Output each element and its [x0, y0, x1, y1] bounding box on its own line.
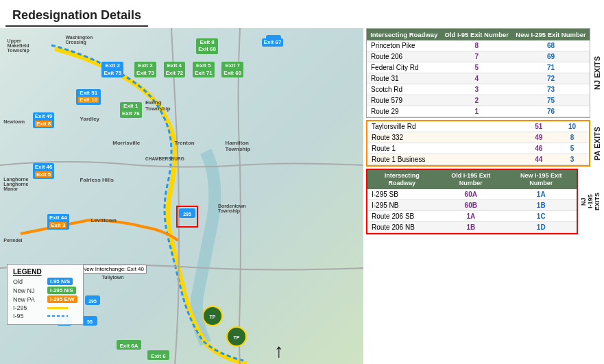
nj-new-cell: 68: [512, 40, 590, 51]
nj-table-row: Scotch Rd 3 73: [367, 84, 590, 95]
nj-table-row: Princeton Pike 8 68: [367, 40, 590, 51]
i195-old-cell: 1A: [436, 210, 505, 221]
nj-table-row: Route 206 7 69: [367, 51, 590, 62]
legend-box: LEGEND Old I-95 N/S New NJ I-295 N/S New…: [7, 264, 84, 325]
pa-exits-label: PA EXITS: [593, 127, 601, 160]
pa-table-row: Route 1 Business 44 3: [367, 154, 589, 165]
right-panel: Intersecting Roadway Old I-95 Exit Numbe…: [363, 28, 604, 364]
pa-exits-table: Taylorsville Rd 51 10 Route 332 49 8 Rou…: [367, 121, 589, 165]
legend-row-new-nj: New NJ I-295 N/S: [13, 287, 77, 294]
nj-roadway-cell: Federal City Rd: [367, 62, 441, 73]
i195-new-cell: 1C: [505, 210, 577, 221]
nj-new-cell: 76: [512, 106, 590, 117]
legend-label-i295: I-295: [13, 304, 46, 311]
exit-label-3-73: Exit 3Exit 73: [134, 62, 156, 77]
nj-roadway-cell: Scotch Rd: [367, 84, 441, 95]
svg-text:Exit 6A: Exit 6A: [119, 343, 138, 349]
pa-table-row: Route 332 49 8: [367, 132, 589, 143]
pa-old-cell: 46: [522, 143, 555, 154]
i195-old-cell: 60A: [436, 189, 505, 200]
pa-roadway-cell: Route 1 Business: [367, 154, 522, 165]
pa-roadway-cell: Route 332: [367, 132, 522, 143]
svg-text:Exit 6: Exit 6: [151, 353, 166, 359]
nj-old-cell: 2: [441, 95, 512, 106]
i195-table-row: I-295 SB 60A 1A: [367, 189, 577, 200]
legend-badge-i295-ns: I-295 N/S: [47, 287, 76, 294]
exit-label-8-68: Exit 8Exit 68: [196, 38, 218, 54]
nj-roadway-cell: Princeton Pike: [367, 40, 441, 51]
legend-line-i95: [47, 315, 68, 317]
nj-col3-header: New I-295 Exit Number: [512, 29, 590, 40]
pa-old-cell: 44: [522, 154, 555, 165]
i195-table-row: I-295 NB 60B 1B: [367, 199, 577, 210]
i195-table: Intersecting Roadway Old I-195 Exit Numb…: [367, 170, 577, 233]
pa-old-cell: 51: [522, 121, 555, 132]
nj-col1-header: Intersecting Roadway: [367, 29, 441, 40]
legend-label-i95: I-95: [13, 313, 46, 319]
legend-badge-i95: I-95 N/S: [47, 278, 73, 285]
nj-exits-label: NJ EXITS: [593, 56, 601, 90]
nj-col2-header: Old I-95 Exit Number: [441, 29, 512, 40]
svg-text:↑: ↑: [274, 340, 284, 361]
pa-new-cell: 8: [555, 132, 589, 143]
nj-table-row: Federal City Rd 5 71: [367, 62, 590, 73]
nj-old-cell: 8: [441, 40, 512, 51]
pa-exits-table-wrap: Taylorsville Rd 51 10 Route 332 49 8 Rou…: [366, 120, 590, 167]
map-area: 295 295 TP TP 295 95 95 Exit 6A: [0, 28, 363, 364]
legend-label-new-pa: New PA: [13, 296, 46, 303]
i195-section: Intersecting Roadway Old I-195 Exit Numb…: [366, 169, 601, 234]
nj-new-cell: 71: [512, 62, 590, 73]
pa-roadway-cell: Route 1: [367, 143, 522, 154]
exit-label-4-72: Exit 4Exit 72: [164, 62, 186, 77]
i195-table-row: Route 206 NB 1B 1D: [367, 221, 577, 232]
svg-text:295: 295: [183, 212, 191, 217]
i195-table-wrap: Intersecting Roadway Old I-195 Exit Numb…: [366, 169, 578, 234]
nj-old-cell: 4: [441, 73, 512, 84]
pa-old-cell: 49: [522, 132, 555, 143]
nj-new-cell: 72: [512, 73, 590, 84]
exit-label-49-8: Exit 49Exit 8: [33, 112, 55, 128]
i195-col3-header: New I-195 Exit Number: [505, 170, 577, 189]
pa-new-cell: 3: [555, 154, 589, 165]
i195-col1-header: Intersecting Roadway: [367, 170, 436, 189]
exit-label-44-3: Exit 44Exit 3: [47, 214, 69, 230]
nj-new-cell: 75: [512, 95, 590, 106]
pa-table-row: Taylorsville Rd 51 10: [367, 121, 589, 132]
i195-col2-header: Old I-195 Exit Number: [436, 170, 505, 189]
nj-roadway-cell: Route 31: [367, 73, 441, 84]
nj-old-cell: 1: [441, 106, 512, 117]
legend-row-old: Old I-95 N/S: [13, 278, 77, 285]
legend-badge-i295-ew: I-295 E/W: [47, 295, 77, 303]
exit-label-46-5: Exit 46Exit 5: [33, 163, 55, 179]
nj-new-cell: 69: [512, 51, 590, 62]
legend-row-i95: I-95: [13, 313, 77, 319]
nj-table-row: Route 31 4 72: [367, 73, 590, 84]
svg-text:295: 295: [88, 299, 97, 304]
nj-exits-table: Intersecting Roadway Old I-95 Exit Numbe…: [367, 29, 590, 117]
i195-new-cell: 1B: [505, 199, 577, 210]
exit-label-5-71: Exit 5Exit 71: [193, 62, 215, 77]
nj-old-cell: 5: [441, 62, 512, 73]
i195-new-cell: 1A: [505, 189, 577, 200]
legend-row-i295: I-295: [13, 304, 77, 311]
i195-roadway-cell: I-295 NB: [367, 199, 436, 210]
i195-old-cell: 1B: [436, 221, 505, 232]
legend-row-new-pa: New PA I-295 E/W: [13, 295, 77, 303]
legend-label-new-nj: New NJ: [13, 287, 46, 294]
pa-exits-section: Taylorsville Rd 51 10 Route 332 49 8 Rou…: [366, 120, 601, 167]
nj-new-cell: 73: [512, 84, 590, 95]
pa-new-cell: 5: [555, 143, 589, 154]
svg-text:TP: TP: [210, 315, 216, 319]
exit-label-1-76: Exit 1Exit 76: [120, 102, 142, 118]
nj-old-cell: 3: [441, 84, 512, 95]
pa-new-cell: 10: [555, 121, 589, 132]
nj-roadway-cell: Route 579: [367, 95, 441, 106]
pa-roadway-cell: Taylorsville Rd: [367, 121, 522, 132]
i195-roadway-cell: Route 206 SB: [367, 210, 436, 221]
exit-label-67: Exit 67: [262, 38, 284, 47]
i195-roadway-cell: I-295 SB: [367, 189, 436, 200]
svg-text:95: 95: [87, 319, 93, 324]
i195-table-row: Route 206 SB 1A 1C: [367, 210, 577, 221]
legend-line-i295: [47, 307, 68, 309]
i195-roadway-cell: Route 206 NB: [367, 221, 436, 232]
